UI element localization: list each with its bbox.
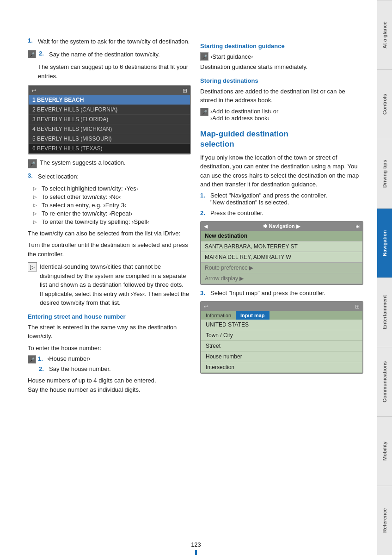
sub-item-4: ▷ To re-enter the town/city: ›Repeat‹ bbox=[33, 210, 191, 217]
bullet-3: ▷ bbox=[33, 203, 39, 208]
guidance-icon-row: 🎤 ›Start guidance‹ bbox=[200, 52, 363, 61]
page-number-area: 123 bbox=[0, 541, 392, 555]
storing-options: ›Add to destination list‹ or ›Add to add… bbox=[210, 108, 278, 122]
map-heading: Map-guided destinationselection bbox=[200, 129, 363, 149]
nav-row-new-dest: New destination bbox=[201, 231, 362, 241]
house-step-1-box: 🎤 1. ›House number‹ bbox=[28, 355, 191, 364]
screen-row-3: 3 BEVERLY HILLS (FLORIDA) bbox=[29, 115, 190, 124]
screen-row-1: 1 BEVERLY BEACH bbox=[29, 95, 190, 105]
beverly-screen: ↩ ⊞ 1 BEVERLY BEACH 2 BEVERLY HILLS (CAL… bbox=[28, 85, 191, 154]
sub-item-5: ▷ To enter the town/city by spelling: ›S… bbox=[33, 218, 191, 225]
identical-note-box: ▷ Identical-sounding towns/cities that c… bbox=[28, 262, 191, 308]
step-3-num: 3. bbox=[28, 172, 35, 181]
input-screen-header: ↩ ⊞ bbox=[201, 302, 362, 311]
input-row-street: Street bbox=[201, 341, 362, 352]
page-bar bbox=[0, 550, 392, 555]
left-column: 1. Wait for the system to ask for the to… bbox=[28, 37, 191, 527]
start-guidance-text: ›Start guidance‹ bbox=[210, 53, 253, 60]
arrow-box-icon: ▷ bbox=[28, 262, 37, 271]
storing-option-1: ›Add to destination list‹ or bbox=[210, 108, 278, 115]
step-2: 🎤 2. Say the name of the destination tow… bbox=[28, 50, 191, 59]
input-settings-icon: ⊞ bbox=[355, 303, 360, 310]
map-step-1-text: Select "Navigation" and press the contro… bbox=[210, 192, 327, 206]
sub-item-3: ▷ To select an entry, e.g. ›Entry 3‹ bbox=[33, 202, 191, 209]
system-note: The system suggests a location. bbox=[40, 159, 126, 166]
map-step-2: 2. Press the controller. bbox=[200, 210, 363, 216]
input-row-us: UNITED STATES bbox=[201, 320, 362, 330]
list-note: The town/city can also be selected from … bbox=[28, 229, 191, 238]
entering-heading: Entering street and house number bbox=[28, 313, 191, 320]
bullet-5: ▷ bbox=[33, 219, 39, 224]
storing-text: Destinations are added to the destinatio… bbox=[200, 87, 363, 105]
input-tab-bar: Information Input map bbox=[201, 311, 362, 320]
step-1-num: 1. bbox=[28, 37, 35, 46]
map-step-1: 1. Select "Navigation" and press the con… bbox=[200, 192, 363, 206]
nav-screen-header: ◀ ✱ Navigation ▶ ⊞ bbox=[201, 222, 362, 231]
house-step-2-text: Say the house number. bbox=[49, 365, 111, 372]
tab-input-map[interactable]: Input map bbox=[236, 311, 270, 320]
map-step-3: 3. Select "Input map" and press the cont… bbox=[200, 290, 363, 296]
page-number: 123 bbox=[191, 541, 201, 548]
street-note-1: The street is entered in the same way as… bbox=[28, 323, 191, 341]
mic-icon: 🎤 bbox=[28, 159, 37, 168]
identical-note: Identical-sounding towns/cities that can… bbox=[40, 262, 191, 308]
storing-option-box: 🎤 ›Add to destination list‹ or ›Add to a… bbox=[200, 108, 363, 122]
tab-at-a-glance[interactable]: At a glance bbox=[377, 0, 392, 69]
screen-row-2: 2 BEVERLY HILLS (CALIFORNIA) bbox=[29, 105, 190, 115]
step-1-text: Wait for the system to ask for the town/… bbox=[38, 37, 190, 46]
screen-row-6: 6 BEVERLY HILLS (TEXAS) bbox=[29, 144, 190, 154]
guidance-note: Destination guidance starts immediately. bbox=[200, 62, 363, 72]
screen-row-5: 5 BEVERLY HILLS (MISSOURI) bbox=[29, 134, 190, 144]
nav-row-route: Route preference ▶ bbox=[201, 263, 362, 273]
map-step-3-num: 3. bbox=[200, 290, 208, 296]
screen-row-4: 4 BEVERLY HILLS (MICHIGAN) bbox=[29, 124, 190, 134]
house-note: To enter the house number: bbox=[28, 344, 191, 353]
storing-heading: Storing destinations bbox=[200, 77, 363, 84]
mic-icon-2: 🎤 bbox=[28, 355, 36, 364]
step-2-icon: 🎤 bbox=[28, 50, 36, 59]
tab-information[interactable]: Information bbox=[201, 311, 236, 320]
tab-reference[interactable]: Reference bbox=[377, 486, 392, 555]
input-row-house: House number bbox=[201, 352, 362, 362]
house-step-2: 2. Say the house number. bbox=[39, 365, 191, 372]
back-icon: ↩ bbox=[31, 87, 36, 94]
map-step-2-text: Press the controller. bbox=[210, 210, 263, 216]
sub-text-1: To select highlighted town/city: ›Yes‹ bbox=[42, 185, 138, 192]
step-1: 1. Wait for the system to ask for the to… bbox=[28, 37, 191, 46]
sub-text-4: To re-enter the town/city: ›Repeat‹ bbox=[42, 210, 133, 217]
sub-text-2: To select other town/city: ›No‹ bbox=[42, 193, 121, 200]
tab-navigation[interactable]: Navigation bbox=[377, 208, 392, 278]
tab-mobility[interactable]: Mobility bbox=[377, 416, 392, 486]
tab-communications[interactable]: Communications bbox=[377, 347, 392, 416]
map-intro: If you only know the location of the tow… bbox=[200, 153, 363, 189]
mic-icon-4: 🎤 bbox=[200, 108, 208, 116]
mic-icon-3: 🎤 bbox=[200, 52, 208, 61]
nav-back-icon: ◀ bbox=[204, 223, 208, 229]
turn-note: Turn the controller until the destinatio… bbox=[28, 240, 191, 259]
step-2-num: 2. bbox=[39, 50, 46, 59]
house-step-2-num: 2. bbox=[39, 365, 46, 372]
step-3: 3. Select location: bbox=[28, 172, 191, 181]
bullet-1: ▷ bbox=[33, 186, 39, 191]
step-3-text: Select location: bbox=[38, 172, 79, 181]
nav-row-santa-barbara: SANTA BARBARA, MONTERREY ST bbox=[201, 241, 362, 252]
sub-text-5: To enter the town/city by spelling: ›Spe… bbox=[42, 218, 149, 225]
tab-controls[interactable]: Controls bbox=[377, 69, 392, 139]
input-row-intersection: Intersection bbox=[201, 362, 362, 373]
side-tabs: At a glance Controls Driving tips Naviga… bbox=[377, 0, 392, 555]
nav-title: ✱ Navigation ▶ bbox=[263, 223, 300, 229]
nav-row-arrow: Arrow display ▶ bbox=[201, 273, 362, 284]
map-step-1-num: 1. bbox=[200, 192, 208, 206]
tab-entertainment[interactable]: Entertainment bbox=[377, 278, 392, 347]
guidance-heading: Starting destination guidance bbox=[200, 43, 363, 49]
map-step-3-text: Select "Input map" and press the control… bbox=[210, 290, 325, 296]
map-step-2-num: 2. bbox=[200, 210, 208, 216]
house-step-1-text: ›House number‹ bbox=[47, 355, 91, 362]
storing-option-2: ›Add to address book‹ bbox=[210, 115, 270, 122]
system-note-box: 🎤 The system suggests a location. bbox=[28, 159, 191, 168]
settings-icon: ⊞ bbox=[183, 87, 187, 94]
sub-item-1: ▷ To select highlighted town/city: ›Yes‹ bbox=[33, 185, 191, 192]
tab-driving-tips[interactable]: Driving tips bbox=[377, 139, 392, 208]
nav-row-marina: MARINA DEL REY, ADMIRALTY W bbox=[201, 252, 362, 263]
input-row-town: Town / City bbox=[201, 330, 362, 341]
